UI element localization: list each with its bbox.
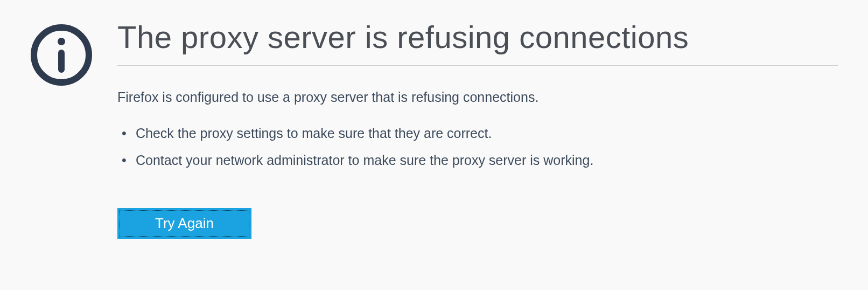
svg-rect-2 <box>58 50 65 73</box>
suggestions-list: Check the proxy settings to make sure th… <box>117 123 838 170</box>
suggestion-item: Check the proxy settings to make sure th… <box>117 123 838 144</box>
error-content: The proxy server is refusing connections… <box>117 19 838 239</box>
divider <box>117 65 838 66</box>
svg-point-1 <box>58 38 65 45</box>
error-description: Firefox is configured to use a proxy ser… <box>117 87 838 108</box>
info-icon <box>30 24 93 86</box>
error-page: The proxy server is refusing connections… <box>30 19 838 239</box>
error-title: The proxy server is refusing connections <box>117 19 838 56</box>
try-again-button[interactable]: Try Again <box>117 208 251 239</box>
suggestion-item: Contact your network administrator to ma… <box>117 150 838 171</box>
